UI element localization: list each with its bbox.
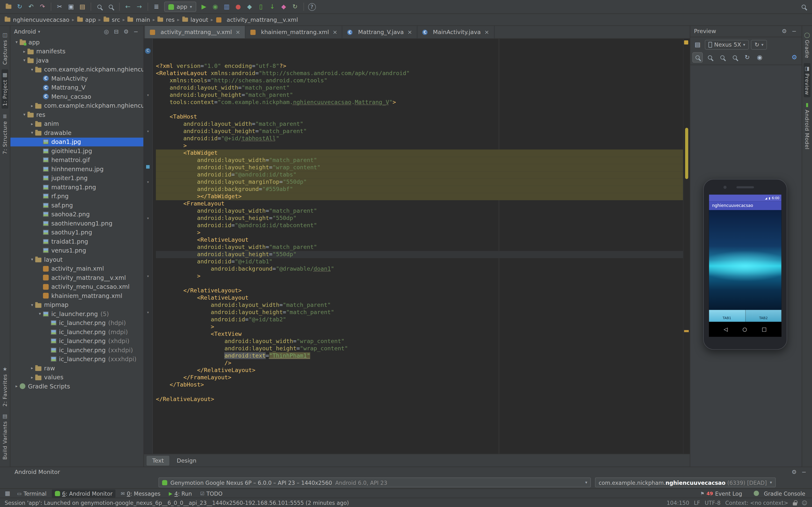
tree-toggle-icon[interactable]: ▾ [21, 113, 28, 117]
tree-item-values[interactable]: ▸values [10, 373, 144, 382]
editor-tab-mattrang-v-java[interactable]: CMattrang_V.java× [343, 26, 417, 38]
tree-toggle-icon[interactable]: ▾ [29, 258, 35, 262]
collapse-all-icon[interactable]: ⊟ [112, 29, 120, 35]
tw-todo[interactable]: ☑TODO [197, 489, 225, 497]
tree-toggle-icon[interactable]: ▸ [29, 121, 35, 126]
tw-event-log[interactable]: ⚑49Event Log [697, 489, 745, 497]
tree-item-res[interactable]: ▾res [10, 110, 144, 119]
breadcrumb-item[interactable]: main [128, 16, 150, 23]
tree-item-saothuy1-png[interactable]: saothuy1.png [10, 228, 144, 237]
tree-item-ic-launcher-png[interactable]: ic_launcher.png(xxxhdpi) [10, 355, 144, 364]
tree-toggle-icon[interactable]: ▸ [29, 366, 35, 371]
tree-item-com-example-nickpham-nghiencuu[interactable]: ▾com.example.nickpham.nghiencuu [10, 65, 144, 74]
zoom-out-icon[interactable] [729, 52, 740, 62]
breadcrumb-item[interactable]: layout [182, 16, 208, 23]
tree-toggle-icon[interactable]: ▸ [29, 375, 35, 380]
tool-button-captures[interactable]: ◫Captures [1, 30, 8, 67]
tree-item-raw[interactable]: ▸raw [10, 363, 144, 373]
fold-icon[interactable]: ▾ [147, 92, 149, 99]
device-preview-screen[interactable]: ◢ ▮ 6:00 nghiencuuvecacsao TAB1 TAB2 ◁ [709, 194, 781, 337]
tree-item-mainactivity[interactable]: CMainActivity [10, 74, 144, 83]
editor-mode-tab-design[interactable]: Design [171, 456, 202, 465]
scroll-from-source-icon[interactable]: ◎ [102, 29, 110, 35]
project-view-selector[interactable]: Android ▾ [14, 29, 40, 35]
help-icon[interactable]: ? [308, 3, 316, 11]
tree-item-app[interactable]: ▾app [10, 38, 144, 47]
file-encoding-indicator[interactable]: UTF-8 [705, 500, 721, 506]
tw-gradle-console[interactable]: Gradle Console [750, 489, 808, 497]
tree-item-khainiem-mattrang-xml[interactable]: khainiem_mattrang.xml [10, 291, 144, 300]
close-icon[interactable]: × [484, 29, 489, 36]
tool-button-favorites[interactable]: ★2: Favorites [1, 363, 8, 409]
tree-item-traidat1-png[interactable]: traidat1.png [10, 237, 144, 246]
refresh-preview-icon[interactable]: ↻ [742, 52, 753, 62]
fold-icon[interactable]: ▾ [147, 178, 149, 186]
search-everywhere-icon[interactable] [799, 1, 809, 12]
tree-item-gradle-scripts[interactable]: ▸Gradle Scripts [10, 382, 144, 391]
tool-windows-grid-icon[interactable]: ▦ [4, 490, 11, 497]
tree-toggle-icon[interactable]: ▸ [29, 103, 35, 108]
tree-item-mattrang1-png[interactable]: mattrang1.png [10, 182, 144, 192]
breadcrumb-item[interactable]: res [158, 16, 174, 23]
genymotion-icon[interactable]: ◆ [278, 1, 289, 12]
inspection-indicator[interactable] [684, 40, 688, 44]
tree-toggle-icon[interactable]: ▾ [29, 302, 35, 307]
tree-item-hinhnenmenu-jpg[interactable]: hinhnenmenu.jpg [10, 164, 144, 174]
back-icon[interactable]: ← [123, 1, 133, 12]
phone-tab-2[interactable]: TAB2 [746, 310, 781, 322]
tree-toggle-icon[interactable]: ▾ [37, 312, 43, 316]
undo-icon[interactable]: ↶ [26, 1, 36, 12]
redo-icon[interactable]: ↷ [37, 1, 48, 12]
preview-settings-icon[interactable]: ⚙ [780, 28, 788, 35]
tree-item-hemattroi-gif[interactable]: hemattroi.gif [10, 156, 144, 165]
paste-icon[interactable]: ▤ [77, 1, 88, 12]
device-select[interactable]: Nexus 5X ▾ [705, 40, 749, 50]
tool-button-gradle[interactable]: ◯Gradle [804, 30, 810, 61]
sync-icon[interactable]: ↻ [14, 1, 25, 12]
tree-item-menu-cacsao[interactable]: CMenu_cacsao [10, 92, 144, 101]
tool-button-android-model[interactable]: ▮Android Model [804, 100, 811, 152]
forward-icon[interactable]: → [134, 1, 145, 12]
editor-tab-khainiem-mattrang-xml[interactable]: khainiem_mattrang.xml× [246, 26, 343, 38]
avd-manager-icon[interactable]: ▯ [256, 1, 266, 12]
tree-item-gioithieu1-jpg[interactable]: gioithieu1.jpg [10, 146, 144, 156]
monitor-process-select[interactable]: com.example.nickpham.nghiencuuvecacsao (… [595, 477, 775, 488]
tree-item-java[interactable]: ▾java [10, 56, 144, 65]
tree-item-ic-launcher-png[interactable]: ic_launcher.png(mdpi) [10, 327, 144, 336]
find-icon[interactable] [94, 1, 105, 12]
tw-run[interactable]: ▶4: Run [166, 489, 195, 497]
tree-item-ic-launcher-png[interactable]: ▾ic_launcher.png(5) [10, 309, 144, 319]
run-icon[interactable]: ▶ [199, 1, 209, 12]
editor-tab-mainactivity-java[interactable]: CMainActivity.java× [417, 26, 494, 38]
phone-tab-1[interactable]: TAB1 [709, 310, 746, 322]
tw-messages[interactable]: ✉0: Messages [118, 489, 164, 497]
tool-button-build-variants[interactable]: ▤Build Variants [1, 411, 8, 462]
tree-toggle-icon[interactable]: ▾ [29, 67, 35, 72]
render-options-icon[interactable]: ⚙ [789, 52, 800, 62]
tree-toggle-icon[interactable]: ▾ [13, 40, 20, 45]
hector-icon[interactable]: ☺ [802, 500, 807, 506]
tree-item-activity-mattrang-v-xml[interactable]: activity_mattrang__v.xml [10, 273, 144, 282]
tw-android-monitor[interactable]: 6: Android Monitor [52, 489, 115, 497]
code-editor[interactable]: <?xml version="1.0" encoding="utf-8"?><R… [153, 39, 683, 454]
debug-icon[interactable]: ● [233, 1, 243, 12]
tool-button-preview[interactable]: ◨Preview [804, 63, 811, 98]
compile-icon[interactable]: ≣ [151, 1, 162, 12]
zoom-fit-icon[interactable] [692, 52, 703, 62]
fold-icon[interactable]: ▾ [147, 273, 149, 280]
fold-icon[interactable]: ▾ [147, 215, 149, 222]
tree-item-manifests[interactable]: ▸manifests [10, 47, 144, 56]
editor-scrollbar[interactable] [683, 39, 690, 454]
tree-item-jupiter1-png[interactable]: jupiter1.png [10, 174, 144, 183]
tree-item-com-example-nickpham-nghiencuu[interactable]: ▸com.example.nickpham.nghiencuu [10, 101, 144, 110]
fold-icon[interactable]: ▾ [147, 128, 149, 135]
replace-icon[interactable] [106, 1, 116, 12]
tree-item-anim[interactable]: ▸anim [10, 119, 144, 128]
zoom-in-icon[interactable] [717, 52, 728, 62]
tree-toggle-icon[interactable]: ▸ [13, 384, 20, 389]
profiler-icon[interactable]: ▥ [221, 1, 232, 12]
editor-mode-tab-text[interactable]: Text [146, 456, 169, 465]
project-settings-icon[interactable]: ⚙ [122, 29, 130, 35]
tree-item-ic-launcher-png[interactable]: ic_launcher.png(xxhdpi) [10, 345, 144, 355]
attach-debugger-icon[interactable]: ◆ [244, 1, 255, 12]
